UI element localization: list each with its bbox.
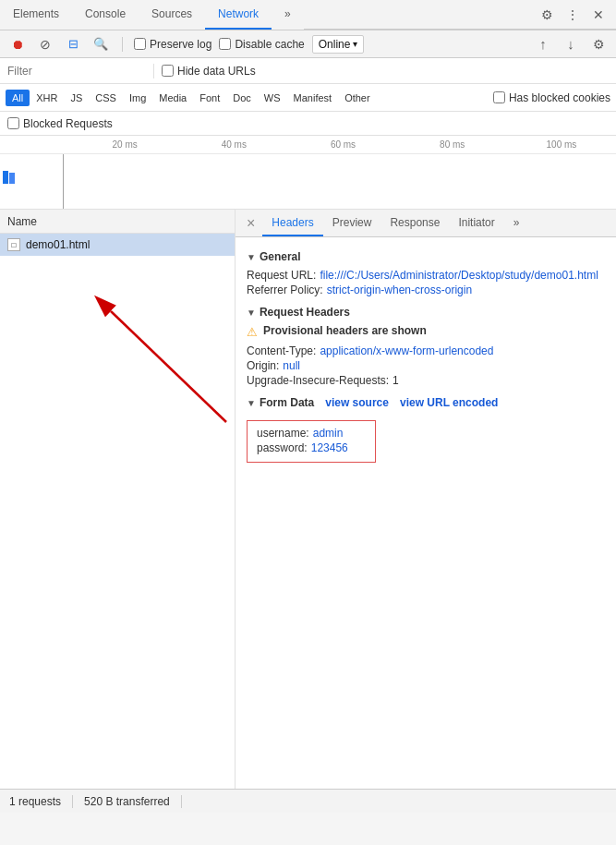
hide-data-urls-text: Hide data URLs (177, 65, 256, 78)
search-button[interactable]: 🔍 (91, 34, 111, 54)
type-btn-css[interactable]: CSS (89, 90, 123, 106)
username-value: admin (313, 427, 344, 440)
stop-button[interactable]: ⊘ (35, 34, 55, 54)
disable-cache-checkbox[interactable] (219, 38, 231, 50)
online-label: Online (319, 38, 351, 51)
filter-bar: Hide data URLs (0, 58, 616, 84)
type-btn-ws[interactable]: WS (258, 90, 287, 106)
arrow-svg (0, 256, 236, 441)
has-blocked-cookies-checkbox[interactable] (493, 91, 505, 103)
main-area: Name □ demo01.html × Headers Preview Res… (0, 210, 616, 789)
origin-label: Origin: (247, 359, 283, 372)
tab-initiator[interactable]: Initiator (449, 210, 503, 236)
username-row: username: admin (257, 427, 366, 440)
blocked-requests-checkbox[interactable] (7, 117, 19, 129)
transferred-size: 520 B transferred (84, 795, 170, 808)
timeline-mark-20: 20 ms (70, 139, 179, 150)
has-blocked-cookies[interactable]: Has blocked cookies (493, 91, 610, 104)
password-row: password: 123456 (257, 441, 366, 454)
settings-icon[interactable]: ⚙ (537, 5, 557, 25)
upgrade-label: Upgrade-Insecure-Requests: (247, 374, 393, 387)
blocked-requests-text: Blocked Requests (23, 117, 113, 130)
request-url-row: Request URL: file:///C:/Users/Administra… (247, 269, 605, 282)
request-headers-section-header: ▼ Request Headers (247, 306, 605, 319)
request-url-value: file:///C:/Users/Administrator/Desktop/s… (320, 269, 598, 282)
view-url-encoded-link[interactable]: view URL encoded (400, 396, 498, 409)
form-data-view-links: view source view URL encoded (325, 396, 498, 409)
blocked-requests-label[interactable]: Blocked Requests (7, 117, 113, 130)
type-btn-xhr[interactable]: XHR (30, 90, 64, 106)
chevron-down-icon: ▾ (353, 39, 357, 49)
search-input[interactable] (7, 65, 146, 78)
content-type-row: Content-Type: application/x-www-form-url… (247, 344, 605, 357)
preserve-log-checkbox[interactable] (134, 38, 146, 50)
timeline-mark-40: 40 ms (179, 139, 288, 150)
export-icon[interactable]: ↓ (561, 34, 581, 54)
tab-network[interactable]: Network (205, 0, 272, 30)
tab-more[interactable]: » (272, 0, 304, 30)
upgrade-value: 1 (393, 374, 399, 387)
config-icon[interactable]: ⚙ (588, 34, 609, 54)
username-label: username: (257, 427, 309, 440)
tab-elements[interactable]: Elements (0, 0, 72, 30)
upgrade-row: Upgrade-Insecure-Requests: 1 (247, 374, 605, 387)
filter-separator (153, 64, 154, 78)
disable-cache-label[interactable]: Disable cache (219, 38, 304, 51)
general-section-header: ▼ General (247, 250, 605, 263)
content-type-label: Content-Type: (247, 344, 320, 357)
request-row[interactable]: □ demo01.html (0, 234, 235, 256)
tab-sources[interactable]: Sources (139, 0, 205, 30)
type-btn-media[interactable]: Media (152, 90, 193, 106)
type-btn-js[interactable]: JS (64, 90, 89, 106)
type-btn-other[interactable]: Other (338, 90, 377, 106)
timeline-ruler: 20 ms 40 ms 60 ms 80 ms 100 ms (0, 136, 616, 154)
form-data-triangle: ▼ (247, 398, 256, 408)
file-icon: □ (7, 238, 20, 251)
filter-button[interactable]: ⊟ (63, 34, 83, 54)
referrer-policy-value: strict-origin-when-cross-origin (327, 284, 472, 296)
type-btn-img[interactable]: Img (123, 90, 152, 106)
view-source-link[interactable]: view source (325, 396, 389, 409)
timeline-mark-80: 80 ms (398, 139, 507, 150)
preserve-log-text: Preserve log (150, 38, 211, 51)
general-label: General (260, 250, 301, 263)
general-triangle: ▼ (247, 252, 256, 262)
type-btn-font[interactable]: Font (193, 90, 226, 106)
more-icon[interactable]: ⋮ (562, 5, 583, 25)
type-btn-manifest[interactable]: Manifest (287, 90, 339, 106)
network-toolbar: ⏺ ⊘ ⊟ 🔍 Preserve log Disable cache Onlin… (0, 30, 616, 58)
request-url-label: Request URL: (247, 269, 320, 282)
form-data-label: Form Data (260, 396, 314, 409)
panel-close-btn[interactable]: × (239, 215, 262, 232)
close-icon[interactable]: ✕ (588, 5, 609, 25)
timeline-vline (63, 154, 64, 210)
type-filter-bar: All XHR JS CSS Img Media Font Doc WS Man… (0, 84, 616, 112)
form-data-box: username: admin password: 123456 (247, 420, 376, 463)
form-data-section-header: ▼ Form Data view source view URL encoded (247, 396, 605, 409)
password-label: password: (257, 441, 308, 454)
tab-response[interactable]: Response (380, 210, 449, 236)
import-icon[interactable]: ↑ (533, 34, 553, 54)
timeline-mark-60: 60 ms (288, 139, 397, 150)
left-panel: Name □ demo01.html (0, 210, 236, 789)
record-button[interactable]: ⏺ (7, 34, 28, 54)
bottom-sep-2 (181, 795, 182, 808)
tab-more-panels[interactable]: » (504, 210, 529, 236)
tab-console[interactable]: Console (72, 0, 139, 30)
timeline-area: 20 ms 40 ms 60 ms 80 ms 100 ms (0, 136, 616, 210)
referrer-policy-row: Referrer Policy: strict-origin-when-cros… (247, 284, 605, 296)
throttle-select[interactable]: Online ▾ (312, 35, 365, 54)
type-btn-doc[interactable]: Doc (226, 90, 258, 106)
request-headers-label: Request Headers (260, 306, 350, 319)
tab-preview[interactable]: Preview (323, 210, 381, 236)
type-btn-all[interactable]: All (6, 90, 30, 106)
request-filename[interactable]: demo01.html (26, 238, 90, 251)
hide-data-urls-label[interactable]: Hide data URLs (162, 65, 256, 78)
name-column-header: Name (0, 210, 235, 234)
devtools-tab-bar: Elements Console Sources Network » ⚙ ⋮ ✕ (0, 0, 616, 30)
preserve-log-label[interactable]: Preserve log (134, 38, 211, 51)
password-value: 123456 (311, 441, 348, 454)
tab-headers[interactable]: Headers (262, 210, 322, 236)
timeline-mark-100: 100 ms (507, 139, 616, 150)
hide-data-urls-checkbox[interactable] (162, 65, 174, 77)
